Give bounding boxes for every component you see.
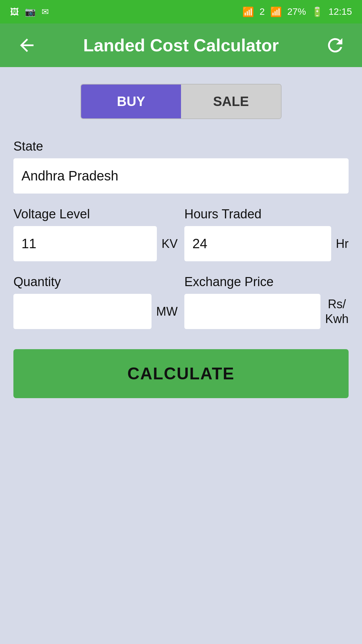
exchange-price-input[interactable]: [184, 294, 320, 329]
calculate-button[interactable]: CALCULATE: [13, 349, 349, 398]
refresh-button[interactable]: [322, 32, 349, 59]
time-display: 12:15: [328, 6, 352, 17]
exchange-price-unit-label: Rs/Kwh: [325, 297, 349, 326]
sim-icon: 2: [259, 6, 265, 17]
hours-traded-input-group: Hr: [184, 226, 349, 261]
voltage-level-input-group: KV: [13, 226, 178, 261]
quantity-input-group: MW: [13, 294, 178, 329]
app-bar: Landed Cost Calculator: [0, 23, 362, 67]
toggle-container: BUY SALE: [13, 84, 349, 119]
refresh-icon: [324, 35, 346, 56]
voltage-level-input[interactable]: [13, 226, 157, 261]
state-section: State: [13, 139, 349, 194]
battery-icon: 🔋: [311, 6, 323, 17]
exchange-price-group: Exchange Price Rs/Kwh: [184, 275, 349, 329]
buy-toggle-button[interactable]: BUY: [81, 85, 181, 118]
voltage-level-label: Voltage Level: [13, 207, 178, 221]
quantity-input[interactable]: [13, 294, 152, 329]
voltage-hours-row: Voltage Level KV Hours Traded Hr: [13, 207, 349, 261]
back-button[interactable]: [13, 32, 40, 59]
voltage-unit-label: KV: [162, 236, 178, 251]
state-label: State: [13, 139, 349, 154]
hours-unit-label: Hr: [336, 236, 349, 251]
back-arrow-icon: [17, 35, 37, 55]
mail-icon: ✉: [42, 7, 49, 17]
hours-traded-label: Hours Traded: [184, 207, 349, 221]
hours-traded-group: Hours Traded Hr: [184, 207, 349, 261]
voltage-level-group: Voltage Level KV: [13, 207, 178, 261]
quantity-unit-label: MW: [156, 304, 178, 319]
instagram-icon: 📷: [25, 7, 36, 17]
toggle-group: BUY SALE: [80, 84, 282, 119]
exchange-price-input-group: Rs/Kwh: [184, 294, 349, 329]
main-content: BUY SALE State Voltage Level KV Hours Tr…: [0, 67, 362, 644]
hours-traded-input[interactable]: [184, 226, 331, 261]
battery-text: 27%: [287, 6, 306, 17]
sale-toggle-button[interactable]: SALE: [181, 85, 281, 118]
quantity-label: Quantity: [13, 275, 178, 289]
quantity-exchange-row: Quantity MW Exchange Price Rs/Kwh: [13, 275, 349, 329]
status-bar-right-info: 📶 2 📶 27% 🔋 12:15: [242, 6, 352, 17]
status-bar: 🖼 📷 ✉ 📶 2 📶 27% 🔋 12:15: [0, 0, 362, 23]
signal-icon: 📶: [270, 6, 282, 17]
status-bar-left-icons: 🖼 📷 ✉: [10, 7, 49, 17]
wifi-icon: 📶: [242, 6, 254, 17]
quantity-group: Quantity MW: [13, 275, 178, 329]
exchange-price-label: Exchange Price: [184, 275, 349, 289]
image-icon: 🖼: [10, 7, 19, 17]
app-title: Landed Cost Calculator: [40, 35, 322, 55]
state-input[interactable]: [13, 158, 349, 194]
